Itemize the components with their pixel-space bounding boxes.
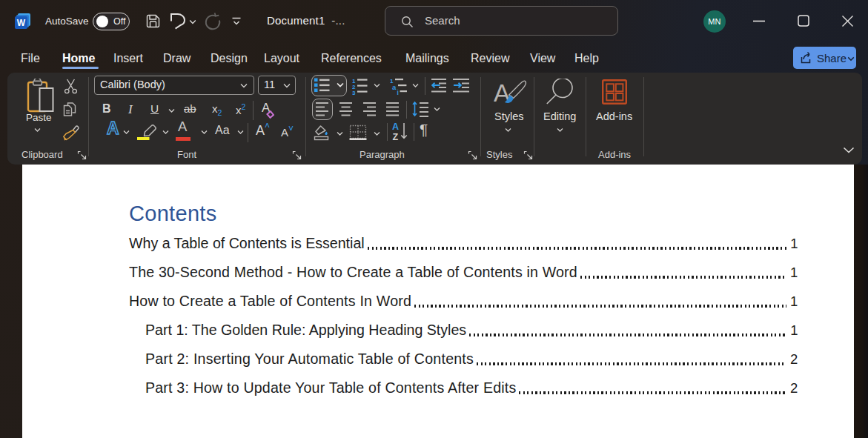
svg-text:3: 3 [352, 90, 356, 96]
svg-text:W: W [17, 18, 26, 28]
svg-text:Z: Z [393, 132, 399, 142]
svg-text:i: i [397, 89, 399, 95]
svg-text:a: a [392, 83, 397, 91]
svg-text:A: A [392, 122, 399, 132]
